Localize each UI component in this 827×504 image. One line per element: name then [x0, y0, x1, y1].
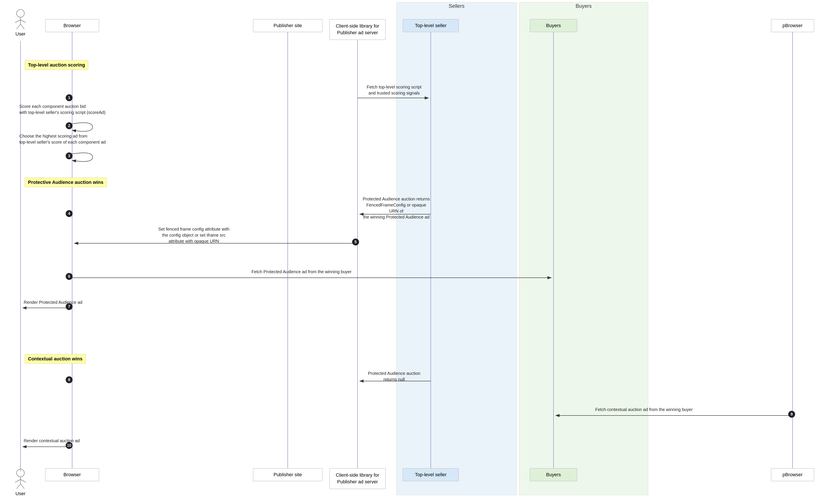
pbrowser-box-bottom: pBrowser [771, 468, 814, 481]
msg-fetch-pa-label: Fetch Protected Audience ad from the win… [237, 269, 366, 275]
num-1: 1 [66, 94, 72, 101]
buyers-box-bottom: Buyers [530, 468, 577, 481]
top-seller-box-bottom: Top-level seller [403, 468, 459, 481]
num-2: 2 [66, 122, 72, 129]
user-figure-bottom: User [12, 468, 29, 497]
buyers-group [519, 2, 648, 495]
buyers-box-top: Buyers [530, 19, 577, 32]
user-label-top: User [12, 31, 29, 37]
diagram-container: Sellers Buyers [0, 0, 827, 504]
note-top-level-scoring: Top-level auction scoring [25, 60, 88, 70]
msg-render-pa-label: Render Protected Audience ad [24, 299, 105, 305]
msg-fetch-scoring-label: Fetch top-level scoring scriptand truste… [362, 84, 426, 96]
num-3: 3 [66, 152, 72, 159]
user-figure-top: User [12, 9, 29, 37]
note-ctx-wins: Contextual auction wins [25, 354, 86, 364]
note-pa-wins: Protective Audience auction wins [25, 178, 107, 187]
client-lib-box-top: Client-side library forPublisher ad serv… [330, 19, 386, 40]
top-seller-box-top: Top-level seller [403, 19, 459, 32]
svg-point-23 [16, 469, 25, 477]
msg-render-ctx-label: Render contextual auction ad [24, 438, 105, 444]
publisher-box-bottom: Publisher site [253, 468, 323, 481]
num-10: 10 [66, 442, 72, 449]
num-6: 6 [66, 273, 72, 280]
svg-line-22 [20, 24, 25, 29]
sellers-group [396, 2, 517, 495]
svg-line-21 [16, 24, 20, 29]
num-7: 7 [66, 303, 72, 310]
sellers-group-label: Sellers [396, 3, 517, 9]
msg-pa-null-label: Protected Audience auctionreturns null [362, 370, 426, 382]
num-5: 5 [352, 239, 359, 245]
svg-line-28 [20, 484, 25, 489]
num-4: 4 [66, 210, 72, 217]
num-9: 9 [788, 411, 795, 418]
num-8: 8 [66, 376, 72, 383]
svg-line-20 [20, 20, 26, 22]
pbrowser-box-top: pBrowser [771, 19, 814, 32]
msg-set-fenced-label: Set fenced frame config attribute withth… [151, 226, 237, 244]
svg-line-19 [15, 20, 20, 22]
svg-line-25 [15, 480, 20, 482]
publisher-box-top: Publisher site [253, 19, 323, 32]
msg-choose-highest-label: Choose the highest scoring ad fromtop-le… [19, 133, 116, 145]
buyers-group-label: Buyers [519, 3, 648, 9]
browser-box-top: Browser [45, 19, 99, 32]
client-lib-box-bottom: Client-side library forPublisher ad serv… [330, 468, 386, 489]
browser-box-bottom: Browser [45, 468, 99, 481]
user-label-bottom: User [12, 491, 29, 497]
msg-fetch-ctx-label: Fetch contextual auction ad from the win… [582, 406, 707, 412]
msg-pa-returns-label: Protected Audience auction returnsFenced… [362, 196, 431, 220]
msg-score-each-label: Score each component auction bidwith top… [19, 103, 123, 115]
svg-line-26 [20, 480, 26, 482]
svg-line-27 [16, 484, 20, 489]
svg-point-17 [16, 9, 25, 17]
